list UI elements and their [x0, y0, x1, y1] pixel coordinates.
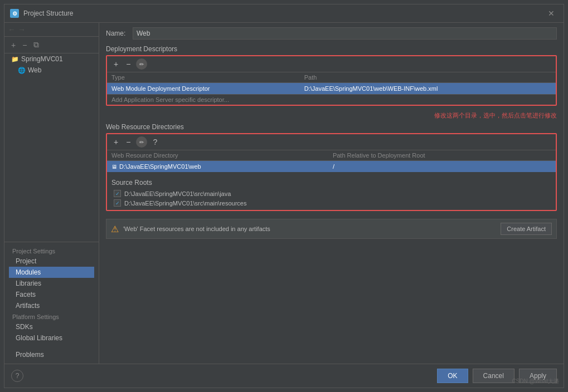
source-root-checkbox-2[interactable]: ✓: [114, 199, 121, 207]
wr-col-path: Path Relative to Deployment Root: [328, 150, 556, 161]
sidebar-item-project[interactable]: Project: [9, 256, 94, 267]
sidebar: ← → + − ⧉ 📁 SpringMVC01 🌐 Web Project Se: [4, 23, 99, 364]
title-bar-left: ⚙ Project Structure: [10, 9, 73, 18]
source-root-checkbox-1[interactable]: ✓: [114, 190, 121, 197]
dd-add-button[interactable]: +: [111, 59, 120, 69]
tree-item-web[interactable]: 🌐 Web: [4, 65, 99, 76]
dd-col-path: Path: [300, 72, 556, 83]
dd-toolbar: + − ✏: [107, 56, 556, 72]
warning-icon: ⚠: [111, 224, 119, 234]
section-project-settings: Project Settings: [9, 246, 94, 256]
table-row[interactable]: Web Module Deployment Descriptor D:\Java…: [107, 83, 556, 95]
wr-row-path: /: [328, 161, 556, 173]
project-structure-dialog: ⚙ Project Structure ✕ ← → + − ⧉ 📁 Spring…: [4, 4, 564, 388]
source-root-path-1: D:\JavaEE\SpringMVC01\src\main\java: [124, 190, 231, 197]
wr-remove-button[interactable]: −: [124, 137, 133, 147]
wr-table: Web Resource Directory Path Relative to …: [107, 150, 556, 172]
footer: ? OK Cancel Apply: [4, 364, 564, 388]
sidebar-item-libraries[interactable]: Libraries: [9, 278, 94, 289]
warning-bar: ⚠ 'Web' Facet resources are not included…: [106, 219, 557, 239]
sidebar-item-facets[interactable]: Facets: [9, 289, 94, 300]
table-row[interactable]: 🖥D:\JavaEE\SpringMVC01\web /: [107, 161, 556, 173]
dd-row-type: Web Module Deployment Descriptor: [107, 83, 300, 95]
create-artifact-button[interactable]: Create Artifact: [501, 223, 552, 235]
dialog-icon: ⚙: [10, 9, 19, 18]
sidebar-item-modules[interactable]: Modules: [9, 267, 94, 278]
wr-add-button[interactable]: +: [111, 137, 120, 147]
remove-item-button[interactable]: −: [20, 39, 29, 51]
source-root-item-1: ✓ D:\JavaEE\SpringMVC01\src\main\java: [111, 189, 551, 198]
web-resource-title: Web Resource Directories: [106, 123, 557, 131]
wr-row-dir: 🖥D:\JavaEE\SpringMVC01\web: [107, 161, 328, 173]
add-item-button[interactable]: +: [9, 39, 18, 51]
web-module-icon: 🌐: [18, 67, 26, 74]
warning-text: 'Web' Facet resources are not included i…: [123, 226, 496, 232]
watermark: CSDN @What大潘: [512, 378, 559, 385]
web-resource-box: + − ✏ ? Web Resource Directory Path Rela…: [106, 133, 557, 211]
section-platform-settings: Platform Settings: [9, 311, 94, 321]
name-input[interactable]: [133, 27, 557, 40]
help-button[interactable]: ?: [11, 370, 23, 382]
sidebar-item-problems[interactable]: Problems: [9, 349, 94, 360]
wr-help-button[interactable]: ?: [151, 137, 159, 147]
dd-table: Type Path Web Module Deployment Descript…: [107, 72, 556, 94]
source-roots-section: Source Roots ✓ D:\JavaEE\SpringMVC01\src…: [107, 174, 556, 210]
copy-item-button[interactable]: ⧉: [31, 39, 41, 51]
source-root-path-2: D:\JavaEE\SpringMVC01\src\main\resources: [124, 200, 246, 207]
wr-toolbar: + − ✏ ?: [107, 134, 556, 150]
sidebar-toolbar: + − ⧉: [4, 37, 99, 53]
deployment-descriptors-title: Deployment Descriptors: [106, 45, 557, 53]
add-server-descriptor-button[interactable]: Add Application Server specific descript…: [107, 94, 556, 105]
sidebar-sections: Project Settings Project Modules Librari…: [4, 242, 99, 364]
close-button[interactable]: ✕: [545, 8, 558, 19]
source-roots-title: Source Roots: [111, 179, 551, 187]
sidebar-item-artifacts[interactable]: Artifacts: [9, 300, 94, 311]
right-panel: Name: Deployment Descriptors + − ✏ Type …: [99, 23, 564, 364]
main-content: ← → + − ⧉ 📁 SpringMVC01 🌐 Web Project Se: [4, 23, 564, 364]
deployment-descriptors-box: + − ✏ Type Path Web Module Deployment De…: [106, 55, 557, 106]
footer-left: ?: [11, 370, 23, 382]
hint-text: 修改这两个目录，选中，然后点击笔进行修改: [106, 110, 557, 121]
sidebar-item-global-libraries[interactable]: Global Libraries: [9, 332, 94, 344]
name-label: Name:: [106, 30, 128, 37]
forward-button[interactable]: →: [18, 25, 26, 34]
wr-col-dir: Web Resource Directory: [107, 150, 328, 161]
dd-remove-button[interactable]: −: [124, 59, 133, 69]
folder-icon: 📁: [11, 56, 19, 63]
dd-row-path: D:\JavaEE\SpringMVC01\web\WEB-INF\web.xm…: [300, 83, 556, 95]
dialog-title: Project Structure: [23, 9, 73, 17]
module-tree: 📁 SpringMVC01 🌐 Web: [4, 53, 99, 242]
name-row: Name:: [106, 27, 557, 40]
back-button[interactable]: ←: [8, 25, 16, 34]
sidebar-item-sdks[interactable]: SDKs: [9, 321, 94, 332]
cancel-button[interactable]: Cancel: [473, 369, 514, 383]
ok-button[interactable]: OK: [437, 369, 468, 383]
wr-edit-button[interactable]: ✏: [136, 136, 147, 148]
dd-col-type: Type: [107, 72, 300, 83]
dd-edit-button[interactable]: ✏: [136, 58, 147, 70]
title-bar: ⚙ Project Structure ✕: [4, 4, 564, 23]
source-root-item-2: ✓ D:\JavaEE\SpringMVC01\src\main\resourc…: [111, 198, 551, 208]
nav-arrows: ← →: [4, 23, 99, 37]
tree-item-springmvc01[interactable]: 📁 SpringMVC01: [4, 53, 99, 65]
